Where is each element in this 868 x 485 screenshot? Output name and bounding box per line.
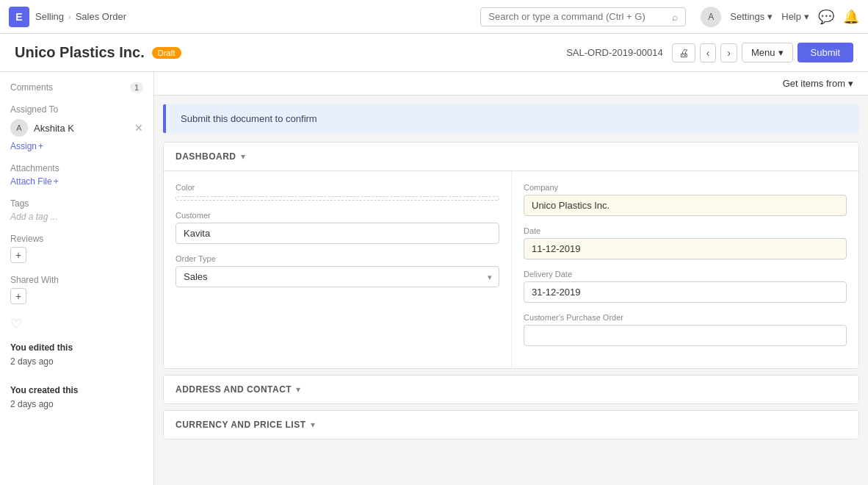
activity-log: You edited this 2 days ago You created t… bbox=[10, 341, 143, 412]
dashboard-section: DASHBOARD ▾ Color Customer Order Type bbox=[163, 142, 859, 369]
date-field-group: Date bbox=[524, 226, 847, 259]
main-layout: Comments 1 Assigned To A Akshita K ✕ Ass… bbox=[0, 72, 868, 485]
activity-item-1: You edited this 2 days ago bbox=[10, 341, 143, 369]
date-label: Date bbox=[524, 226, 847, 235]
assigned-to-section: Assigned To A Akshita K ✕ Assign + bbox=[10, 104, 143, 151]
search-bar: ⌕ bbox=[480, 7, 686, 26]
status-badge: Draft bbox=[152, 47, 181, 59]
user-avatar-nav: A bbox=[701, 7, 721, 27]
app-logo: E bbox=[9, 7, 29, 27]
form-right-col: Company Date Delivery Date Customer's Pu… bbox=[511, 171, 858, 368]
nav-right: A Settings ▾ Help ▾ 💬 🔔 bbox=[701, 7, 859, 27]
page-title: Unico Plastics Inc. bbox=[15, 44, 145, 61]
form-grid: Color Customer Order Type Sales ▾ bbox=[164, 171, 858, 368]
address-section: ADDRESS AND CONTACT ▾ bbox=[163, 375, 859, 404]
search-input[interactable] bbox=[488, 11, 666, 22]
activity-time-2: 2 days ago bbox=[10, 399, 54, 409]
company-label: Company bbox=[524, 183, 847, 192]
alert-banner: Submit this document to confirm bbox=[163, 104, 859, 133]
activity-user-1: You edited this bbox=[10, 342, 73, 353]
prev-button[interactable]: ‹ bbox=[700, 43, 717, 62]
comments-count: 1 bbox=[130, 82, 143, 93]
breadcrumb-selling[interactable]: Selling bbox=[35, 11, 64, 22]
order-type-label: Order Type bbox=[176, 254, 499, 263]
customer-input[interactable] bbox=[176, 223, 499, 244]
help-chevron-icon: ▾ bbox=[804, 11, 809, 22]
customer-field-group: Customer bbox=[176, 211, 499, 244]
shared-with-label: Shared With bbox=[10, 275, 143, 285]
address-section-header[interactable]: ADDRESS AND CONTACT ▾ bbox=[164, 376, 858, 403]
menu-label: Menu bbox=[751, 47, 775, 58]
tags-section: Tags Add a tag ... bbox=[10, 198, 143, 222]
alert-message: Submit this document to confirm bbox=[181, 113, 317, 124]
delivery-date-input[interactable] bbox=[524, 281, 847, 303]
comments-label: Comments 1 bbox=[10, 82, 143, 93]
company-field-group: Company bbox=[524, 183, 847, 216]
currency-section-header[interactable]: CURRENCY AND PRICE LIST ▾ bbox=[164, 411, 858, 439]
activity-item-2: You created this 2 days ago bbox=[10, 384, 143, 412]
shared-with-section: Shared With + bbox=[10, 275, 143, 304]
settings-chevron-icon: ▾ bbox=[767, 11, 773, 22]
reviews-label: Reviews bbox=[10, 234, 143, 244]
top-nav: E Selling › Sales Order ⌕ A Settings ▾ H… bbox=[0, 0, 868, 34]
comments-section: Comments 1 bbox=[10, 82, 143, 93]
color-indicator[interactable] bbox=[176, 196, 499, 201]
attachments-label: Attachments bbox=[10, 163, 143, 173]
order-type-select[interactable]: Sales bbox=[176, 266, 499, 287]
dashboard-chevron-icon: ▾ bbox=[241, 151, 245, 162]
assigned-user: A Akshita K ✕ bbox=[10, 119, 143, 137]
company-input[interactable] bbox=[524, 195, 847, 216]
notification-icon-button[interactable]: 🔔 bbox=[843, 9, 859, 25]
remove-assignee-button[interactable]: ✕ bbox=[134, 122, 143, 134]
purchase-order-input[interactable] bbox=[524, 325, 847, 346]
activity-time-1: 2 days ago bbox=[10, 356, 54, 367]
order-type-field-group: Order Type Sales ▾ bbox=[176, 254, 499, 287]
dashboard-section-header[interactable]: DASHBOARD ▾ bbox=[164, 143, 858, 171]
activity-user-2: You created this bbox=[10, 385, 78, 395]
breadcrumb-chevron-1: › bbox=[68, 12, 71, 21]
tags-label: Tags bbox=[10, 198, 143, 209]
page-header: Unico Plastics Inc. Draft SAL-ORD-2019-0… bbox=[0, 34, 868, 72]
attach-plus-icon: + bbox=[54, 176, 59, 187]
assign-button[interactable]: Assign + bbox=[10, 141, 143, 151]
menu-button[interactable]: Menu ▾ bbox=[742, 43, 793, 62]
delivery-date-field-group: Delivery Date bbox=[524, 270, 847, 303]
header-actions: 🖨 ‹ › Menu ▾ Submit bbox=[672, 43, 853, 62]
get-items-chevron-icon: ▾ bbox=[848, 78, 853, 89]
address-chevron-icon: ▾ bbox=[296, 384, 300, 395]
avatar: A bbox=[10, 119, 28, 137]
submit-button[interactable]: Submit bbox=[798, 43, 853, 62]
color-field-group: Color bbox=[176, 183, 499, 201]
add-shared-button[interactable]: + bbox=[10, 288, 26, 304]
search-icon: ⌕ bbox=[672, 11, 678, 23]
form-left-col: Color Customer Order Type Sales ▾ bbox=[164, 171, 511, 368]
main-content: Get items from ▾ Submit this document to… bbox=[154, 72, 868, 485]
purchase-order-label: Customer's Purchase Order bbox=[524, 313, 847, 322]
get-items-button[interactable]: Get items from ▾ bbox=[783, 78, 853, 89]
document-id: SAL-ORD-2019-00014 bbox=[566, 47, 663, 58]
currency-section: CURRENCY AND PRICE LIST ▾ bbox=[163, 410, 859, 439]
attach-file-button[interactable]: Attach File + bbox=[10, 176, 143, 187]
currency-section-label: CURRENCY AND PRICE LIST bbox=[176, 420, 306, 430]
breadcrumb-sales-order[interactable]: Sales Order bbox=[76, 11, 126, 22]
order-type-select-wrap: Sales ▾ bbox=[176, 266, 499, 287]
assign-plus-icon: + bbox=[38, 141, 43, 151]
add-review-button[interactable]: + bbox=[10, 247, 26, 263]
settings-button[interactable]: Settings ▾ bbox=[730, 11, 773, 22]
settings-label: Settings bbox=[730, 11, 764, 22]
user-name: Akshita K bbox=[34, 123, 129, 134]
currency-chevron-icon: ▾ bbox=[311, 420, 315, 430]
add-tag-input[interactable]: Add a tag ... bbox=[10, 212, 143, 222]
get-items-bar: Get items from ▾ bbox=[154, 72, 868, 96]
address-section-label: ADDRESS AND CONTACT bbox=[176, 384, 292, 395]
purchase-order-field-group: Customer's Purchase Order bbox=[524, 313, 847, 346]
chat-icon-button[interactable]: 💬 bbox=[818, 9, 834, 25]
attachments-section: Attachments Attach File + bbox=[10, 163, 143, 187]
print-button[interactable]: 🖨 bbox=[672, 43, 695, 62]
delivery-date-label: Delivery Date bbox=[524, 270, 847, 279]
breadcrumb: Selling › Sales Order bbox=[35, 11, 126, 22]
date-input[interactable] bbox=[524, 238, 847, 259]
help-button[interactable]: Help ▾ bbox=[781, 11, 809, 22]
next-button[interactable]: › bbox=[720, 43, 737, 62]
favorite-icon[interactable]: ♡ bbox=[10, 316, 143, 332]
